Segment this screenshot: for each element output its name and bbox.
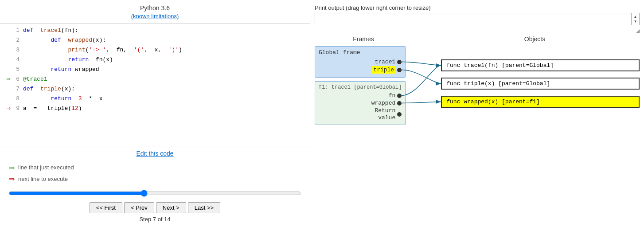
python-version: Python 3.6 xyxy=(140,4,170,12)
f1-var-wrapped: wrapped xyxy=(319,100,402,106)
arrow-1: → xyxy=(0,26,12,34)
arrow-7: → xyxy=(0,85,12,93)
line-content-2: def wrapped(x): xyxy=(23,37,310,43)
code-line-8: → 8 return 3 * x xyxy=(0,94,310,103)
code-line-2: → 2 def wrapped(x): xyxy=(0,35,310,45)
global-var-trace1: trace1 xyxy=(319,59,402,65)
step-info: Step 7 of 14 xyxy=(0,216,310,223)
code-line-6: ⇒ 6 @trace1 xyxy=(0,74,310,84)
code-line-4: → 4 return fn(x) xyxy=(0,55,310,64)
objects-header: Objects xyxy=(412,35,640,43)
resize-handle[interactable]: ◢ xyxy=(315,28,640,34)
last-button[interactable]: Last >> xyxy=(188,202,220,213)
line-num-5: 5 xyxy=(12,66,23,73)
python-title: Python 3.6 xyxy=(0,4,310,12)
var-return-label: Returnvalue xyxy=(375,107,395,121)
print-output-spinner[interactable]: ▲ ▼ xyxy=(631,13,639,25)
line-num-3: 3 xyxy=(12,47,23,53)
arrow-4: → xyxy=(0,55,12,63)
arrow-6-green: ⇒ xyxy=(0,74,12,83)
left-panel: Python 3.6 (known limitations) → 1 def t… xyxy=(0,0,310,227)
code-line-5: → 5 return wrapped xyxy=(0,64,310,74)
code-line-1: → 1 def trace1(fn): xyxy=(0,25,310,35)
global-frame-title: Global frame xyxy=(319,49,402,56)
code-area: → 1 def trace1(fn): → 2 def wrapped(x): … xyxy=(0,23,310,146)
prev-button[interactable]: < Prev xyxy=(124,202,154,213)
arrow-3: → xyxy=(0,46,12,54)
line-num-6: 6 xyxy=(12,76,23,82)
slider-area[interactable] xyxy=(9,190,301,198)
line-content-3: print('-> ', fn, '(', x, ')') xyxy=(23,47,310,53)
global-var-triple: triple xyxy=(319,66,402,74)
print-output-box[interactable]: ▲ ▼ xyxy=(315,13,640,25)
print-output-label: Print output (drag lower right corner to… xyxy=(315,4,640,11)
legend-red-label: next line to execute xyxy=(18,175,68,184)
edit-link-container[interactable]: Edit this code xyxy=(0,150,310,157)
arrow-8: → xyxy=(0,94,12,102)
frames-column: Global frame trace1 triple f1: trace1 [p… xyxy=(315,46,406,223)
line-content-8: return 3 * x xyxy=(23,95,310,102)
f1-var-fn: fn xyxy=(319,92,402,99)
line-content-7: def triple(x): xyxy=(23,86,310,92)
legend-red-arrow: ⇒ xyxy=(9,173,15,185)
line-num-4: 4 xyxy=(12,56,23,63)
arrow-5: → xyxy=(0,65,12,73)
limitations-anchor[interactable]: (known limitations) xyxy=(131,13,179,20)
first-button[interactable]: << First xyxy=(90,202,122,213)
line-num-9: 9 xyxy=(12,105,23,112)
f1-return-value: Returnvalue xyxy=(319,107,402,121)
line-content-1: def trace1(fn): xyxy=(23,27,310,34)
edit-this-code-link[interactable]: Edit this code xyxy=(136,150,173,157)
line-num-8: 8 xyxy=(12,95,23,102)
var-triple-label: triple xyxy=(372,66,395,74)
legend-green-label: line that just executed xyxy=(18,163,74,172)
line-num-2: 2 xyxy=(12,37,23,43)
objects-column: func trace1(fn) [parent=Global] func tri… xyxy=(406,46,640,223)
legend-green: ⇒ line that just executed xyxy=(9,162,301,174)
column-headers: Frames Objects xyxy=(315,35,640,43)
obj-trace1: func trace1(fn) [parent=Global] xyxy=(441,59,640,71)
legend: ⇒ line that just executed ⇒ next line to… xyxy=(9,162,301,185)
f1-frame-box: f1: trace1 [parent=Global] fn wrapped Re… xyxy=(315,81,406,125)
f1-frame-title: f1: trace1 [parent=Global] xyxy=(319,84,402,90)
spinner-up[interactable]: ▲ xyxy=(634,15,637,19)
dot-trace1[interactable] xyxy=(397,60,402,64)
arrow-9-red: ⇒ xyxy=(0,104,12,113)
objects-stack: func trace1(fn) [parent=Global] func tri… xyxy=(432,59,640,110)
var-wrapped-label: wrapped xyxy=(371,100,396,106)
print-output-input[interactable] xyxy=(315,15,631,23)
legend-green-arrow: ⇒ xyxy=(9,162,15,174)
line-content-6: @trace1 xyxy=(23,76,310,82)
obj-wrapped: func wrapped(x) [parent=f1] xyxy=(441,96,640,108)
global-frame-box: Global frame trace1 triple xyxy=(315,46,406,78)
arrow-2: → xyxy=(0,36,12,44)
line-content-9: a = triple(12) xyxy=(23,105,310,112)
right-panel: Print output (drag lower right corner to… xyxy=(310,0,644,227)
line-num-7: 7 xyxy=(12,86,23,92)
frames-header: Frames xyxy=(315,35,412,43)
dot-fn[interactable] xyxy=(397,94,402,98)
legend-red: ⇒ next line to execute xyxy=(9,173,301,185)
var-trace1-label: trace1 xyxy=(375,59,395,65)
line-content-5: return wrapped xyxy=(23,66,310,73)
line-num-1: 1 xyxy=(12,27,23,34)
next-button[interactable]: Next > xyxy=(156,202,186,213)
dot-return[interactable] xyxy=(397,112,402,117)
var-fn-label: fn xyxy=(389,92,396,99)
obj-triple: func triple(x) [parent=Global] xyxy=(441,78,640,90)
dot-wrapped[interactable] xyxy=(397,101,402,106)
nav-buttons: << First < Prev Next > Last >> xyxy=(0,202,310,213)
known-limitations-link[interactable]: (known limitations) xyxy=(0,12,310,20)
code-line-9: ⇒ 9 a = triple(12) xyxy=(0,103,310,113)
code-line-3: → 3 print('-> ', fn, '(', x, ')') xyxy=(0,45,310,55)
dot-triple[interactable] xyxy=(397,68,402,72)
spinner-down[interactable]: ▼ xyxy=(634,20,637,23)
step-slider[interactable] xyxy=(9,190,301,196)
code-line-7: → 7 def triple(x): xyxy=(0,84,310,94)
frames-objects-container: Global frame trace1 triple f1: trace1 [p… xyxy=(315,46,640,223)
line-content-4: return fn(x) xyxy=(23,56,310,63)
